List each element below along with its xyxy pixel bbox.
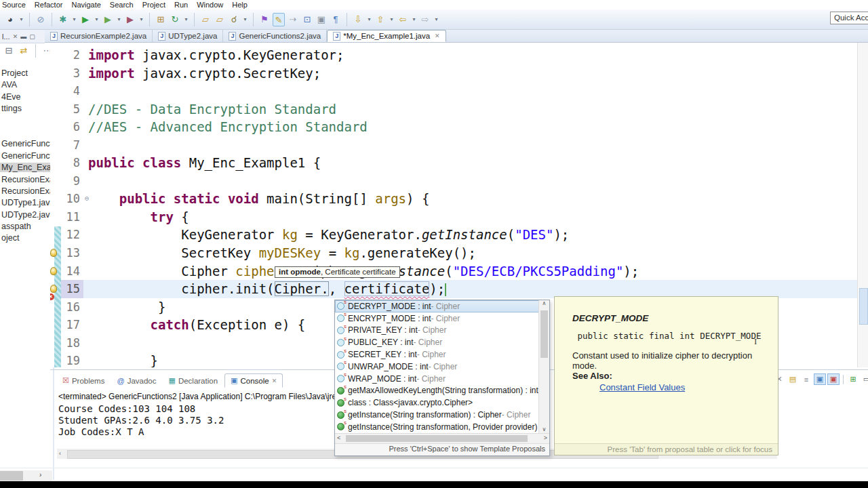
- external-javadoc-icon[interactable]: ⊡: [301, 13, 313, 26]
- completion-item[interactable]: getMaxAllowedKeyLength(String transforma…: [335, 385, 549, 397]
- line-number[interactable]: 8: [61, 154, 83, 172]
- maximize-view-icon[interactable]: ▢: [29, 33, 35, 40]
- line-number[interactable]: 9: [61, 172, 83, 190]
- explorer-item[interactable]: oject: [0, 232, 52, 244]
- code-line[interactable]: 2import javax.crypto.KeyGenerator;: [50, 46, 857, 64]
- close-icon[interactable]: ✕: [272, 378, 277, 384]
- menu-item-search[interactable]: Search: [110, 1, 134, 9]
- explorer-horizontal-scrollbar[interactable]: ›: [0, 470, 52, 481]
- close-icon[interactable]: ✕: [435, 33, 440, 39]
- code-line[interactable]: ✕15 cipher.init(Cipher., certificate);: [50, 280, 857, 298]
- collapse-all-icon[interactable]: ⊟: [3, 44, 15, 58]
- last-edit-location-icon[interactable]: ⚑: [258, 13, 271, 26]
- code-line[interactable]: 6//AES - Advanced Encryption Standard: [50, 118, 857, 136]
- line-number[interactable]: 17: [61, 316, 83, 334]
- line-number[interactable]: 16: [61, 298, 83, 317]
- dropdown-caret-icon[interactable]: ▾: [242, 16, 248, 22]
- gutter-annotation[interactable]: ✕: [50, 280, 61, 298]
- fold-marker-icon[interactable]: ⊖: [85, 190, 89, 208]
- completion-item[interactable]: PRIVATE_KEY : int - Cipher: [335, 325, 549, 337]
- error-marker-icon[interactable]: ✕: [50, 280, 57, 299]
- dropdown-caret-icon[interactable]: ▾: [183, 16, 189, 22]
- console-tab-javadoc[interactable]: @Javadoc: [111, 375, 161, 387]
- completion-item[interactable]: class : Class<javax.crypto.Cipher>: [335, 396, 549, 409]
- dropdown-caret-icon[interactable]: ▾: [366, 16, 372, 22]
- forward-icon[interactable]: ⇨: [419, 13, 431, 26]
- run-icon[interactable]: ▶: [79, 13, 92, 26]
- dropdown-caret-icon[interactable]: ▾: [94, 16, 100, 22]
- back-icon[interactable]: ⇦: [397, 13, 409, 26]
- completion-item[interactable]: getInstance(String transformation) : Cip…: [335, 409, 549, 421]
- minimize-view-icon[interactable]: ▬: [20, 33, 26, 40]
- explorer-tab-label[interactable]: l...: [2, 33, 10, 41]
- line-number[interactable]: 4: [61, 82, 83, 100]
- minimize-icon[interactable]: ▭: [861, 373, 868, 385]
- show-stdout-icon[interactable]: ▣: [814, 373, 826, 385]
- menu-item-navigate[interactable]: Navigate: [71, 1, 100, 9]
- dropdown-caret-icon[interactable]: ▾: [138, 16, 144, 22]
- menu-item-project[interactable]: Project: [142, 1, 165, 9]
- show-source-icon[interactable]: ▣: [315, 13, 328, 26]
- editor-tab[interactable]: JGenericFunctions2.java: [223, 30, 327, 42]
- explorer-item[interactable]: My_Enc_Examp: [0, 162, 52, 174]
- editor-tab[interactable]: JUDType2.java: [153, 30, 223, 42]
- code-line[interactable]: 13 SecretKey myDESKey = kg.generateKey()…: [50, 244, 857, 262]
- link-with-editor-icon[interactable]: ⇄: [18, 44, 30, 58]
- quickfix-bulb-icon[interactable]: [50, 267, 57, 275]
- explorer-item[interactable]: 4Eve: [0, 92, 52, 103]
- dropdown-caret-icon[interactable]: ▾: [116, 16, 122, 22]
- explorer-item[interactable]: RecursionExam: [0, 186, 52, 197]
- code-line[interactable]: 9: [50, 172, 857, 190]
- menu-item-refactor[interactable]: Refactor: [35, 1, 63, 9]
- scroll-left-icon[interactable]: <: [337, 434, 340, 441]
- completion-item[interactable]: SECRET_KEY : int - Cipher: [335, 348, 549, 361]
- completion-item[interactable]: UNWRAP_MODE : int - Cipher: [335, 361, 549, 373]
- code-line[interactable]: 10⊖ public static void main(String[] arg…: [50, 190, 857, 208]
- line-number[interactable]: 10⊖: [61, 190, 83, 208]
- scroll-down-icon[interactable]: ∨: [539, 426, 549, 432]
- menu-item-window[interactable]: Window: [197, 1, 223, 9]
- completion-vertical-scrollbar[interactable]: ∧ ∨: [538, 300, 549, 433]
- line-number[interactable]: 12: [61, 226, 83, 244]
- code-line[interactable]: 5//DES - Data Encryption Standard: [50, 100, 857, 119]
- skip-all-breakpoints-icon[interactable]: ⊘: [35, 13, 47, 26]
- line-number[interactable]: 11: [61, 208, 83, 226]
- new-wizard-icon[interactable]: ◕: [4, 13, 16, 26]
- menu-item-run[interactable]: Run: [174, 1, 188, 9]
- line-number[interactable]: 13: [61, 244, 83, 262]
- profile-icon[interactable]: ▶: [124, 13, 136, 26]
- dropdown-caret-icon[interactable]: ▾: [18, 16, 24, 22]
- console-tab-problems[interactable]: ☒Problems: [57, 374, 110, 387]
- next-annotation-icon[interactable]: ⇩: [352, 13, 364, 26]
- editor-vertical-scrollbar[interactable]: [857, 43, 868, 367]
- scrollbar-thumb[interactable]: [859, 288, 868, 325]
- dropdown-caret-icon[interactable]: ▾: [389, 16, 395, 22]
- show-whitespace-icon[interactable]: ¶: [330, 13, 342, 26]
- scroll-right-icon[interactable]: >: [544, 434, 547, 441]
- menu-item-source[interactable]: Source: [2, 1, 26, 9]
- scrollbar-thumb[interactable]: [346, 435, 528, 442]
- code-line[interactable]: 3import javax.crypto.SecretKey;: [50, 64, 857, 83]
- code-line[interactable]: 11 try {: [50, 208, 857, 226]
- open-type-icon[interactable]: ▱: [199, 13, 212, 26]
- scroll-lock-icon[interactable]: ▤: [787, 373, 799, 385]
- line-number[interactable]: 15: [61, 280, 83, 298]
- word-wrap-icon[interactable]: ≡: [800, 373, 812, 385]
- completion-item[interactable]: ENCRYPT_MODE : int - Cipher: [335, 312, 549, 325]
- explorer-item[interactable]: RecursionExam: [0, 174, 52, 186]
- new-class-icon[interactable]: ↻: [169, 13, 181, 26]
- dropdown-caret-icon[interactable]: ▾: [411, 16, 417, 22]
- line-number[interactable]: 6: [61, 118, 83, 136]
- package-explorer-tree[interactable]: ProjectAVA4EvettingsGenericFunctionGener…: [0, 68, 52, 245]
- explorer-item[interactable]: Project: [0, 68, 52, 79]
- constant-field-values-link[interactable]: Constant Field Values: [599, 382, 685, 392]
- previous-annotation-icon[interactable]: ⇧: [374, 13, 387, 26]
- scrollbar-thumb[interactable]: [540, 310, 548, 358]
- scroll-up-icon[interactable]: ∧: [542, 300, 547, 306]
- console-tab-declaration[interactable]: ▦Declaration: [163, 374, 223, 387]
- scrollbar-thumb[interactable]: [0, 471, 23, 481]
- gutter-annotation[interactable]: [50, 244, 61, 262]
- completion-item[interactable]: getInstance(String transformation, Provi…: [335, 421, 549, 433]
- close-icon[interactable]: ✕: [13, 33, 18, 40]
- line-number[interactable]: 3: [61, 64, 83, 83]
